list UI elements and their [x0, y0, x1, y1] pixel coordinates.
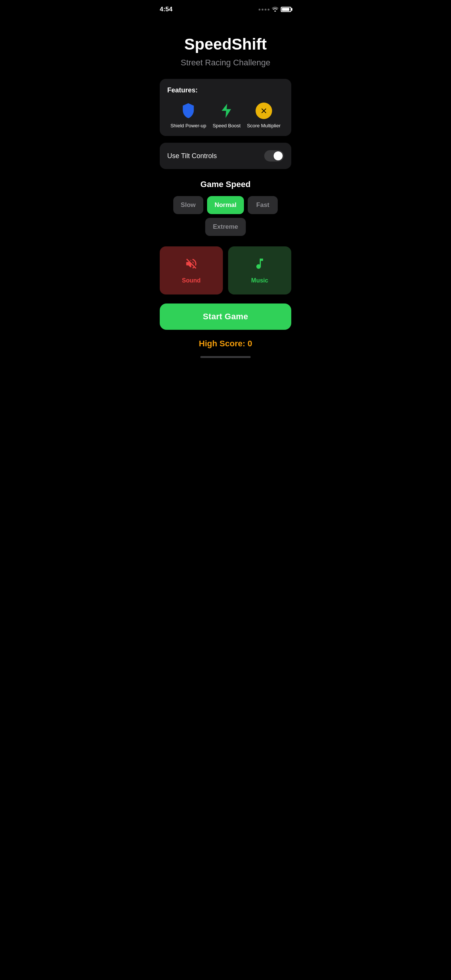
features-icons: Shield Power-up Speed Boost: [167, 102, 284, 129]
features-label: Features:: [167, 86, 284, 94]
tilt-label: Use Tilt Controls: [167, 152, 217, 160]
features-card: Features: Shield Power-up Speed Boos: [160, 79, 291, 136]
speed-fast-button[interactable]: Fast: [248, 196, 278, 214]
high-score: High Score: 0: [199, 339, 252, 348]
app-subtitle: Street Racing Challenge: [181, 58, 270, 68]
game-speed-title: Game Speed: [160, 180, 291, 189]
signal-icon: [258, 9, 269, 11]
start-game-button[interactable]: Start Game: [160, 304, 291, 330]
music-button[interactable]: Music: [228, 247, 291, 294]
tilt-toggle[interactable]: [264, 150, 284, 162]
feature-shield: Shield Power-up: [170, 102, 206, 129]
toggle-knob: [274, 151, 283, 161]
sound-label: Sound: [182, 277, 201, 284]
tilt-controls-card: Use Tilt Controls: [160, 143, 291, 169]
status-time: 4:54: [160, 6, 172, 13]
game-speed-section: Game Speed Slow Normal Fast Extreme: [160, 180, 291, 236]
battery-icon: [281, 7, 291, 12]
feature-multiplier: Score Multiplier: [247, 102, 281, 129]
multiplier-icon: [255, 102, 273, 120]
sound-button[interactable]: Sound: [160, 247, 223, 294]
audio-buttons: Sound Music: [160, 247, 291, 294]
app-title: SpeedShift: [184, 35, 266, 53]
shield-icon: [179, 102, 197, 120]
speed-buttons: Slow Normal Fast Extreme: [160, 196, 291, 236]
shield-label: Shield Power-up: [170, 123, 206, 129]
bolt-icon: [218, 102, 236, 120]
main-content: SpeedShift Street Racing Challenge Featu…: [152, 16, 299, 369]
status-bar: 4:54: [152, 0, 299, 16]
bolt-label: Speed Boost: [213, 123, 241, 129]
status-icons: [258, 6, 291, 13]
music-label: Music: [251, 277, 268, 284]
feature-bolt: Speed Boost: [213, 102, 241, 129]
music-note-icon: [253, 257, 266, 274]
speed-extreme-button[interactable]: Extreme: [205, 218, 245, 236]
sound-muted-icon: [185, 257, 198, 274]
wifi-icon: [272, 6, 279, 13]
multiplier-label: Score Multiplier: [247, 123, 281, 129]
speed-normal-button[interactable]: Normal: [207, 196, 244, 214]
speed-slow-button[interactable]: Slow: [173, 196, 203, 214]
home-indicator: [200, 356, 251, 358]
